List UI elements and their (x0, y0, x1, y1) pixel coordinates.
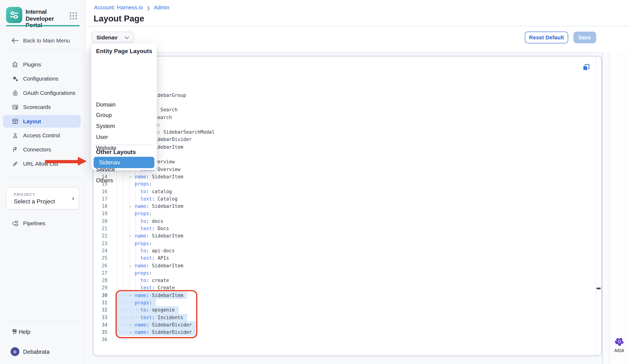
project-eyebrow: PROJECT (14, 192, 35, 196)
user-name: Debabrata (23, 349, 50, 355)
code-line[interactable]: 21 text: Docs (93, 225, 596, 232)
save-button[interactable]: Save (573, 32, 596, 43)
code-line[interactable]: 26 - name: SidebarItem (93, 262, 596, 269)
code-line-text: props: (117, 151, 596, 158)
code-line[interactable]: 25 text: APIs (93, 254, 596, 262)
right-rail (609, 53, 629, 364)
sidebar-item-connectors[interactable]: Connectors (0, 143, 86, 156)
aida-widget[interactable]: AIDA (610, 336, 629, 353)
dropdown-option-group[interactable]: Group (91, 110, 157, 121)
back-to-main-menu[interactable]: Back to Main Menu (0, 36, 86, 45)
line-number: 34 (93, 321, 117, 329)
app-switcher-grid-icon[interactable] (69, 11, 78, 20)
code-line[interactable]: 9 - name: SidebarDivider (93, 136, 596, 143)
page-title: Layout Page (94, 14, 144, 23)
code-line[interactable]: 16 to: catalog (93, 188, 596, 195)
line-number: 24 (93, 247, 117, 254)
sidebar-item-label: Configurations (23, 76, 58, 82)
sidebar-item-pipelines[interactable]: Pipelines (0, 217, 86, 230)
code-line[interactable]: 5 label: Search (93, 106, 596, 114)
copy-icon[interactable] (582, 63, 590, 71)
code-line-text: props: (117, 210, 596, 217)
code-line-text: props: (117, 99, 596, 106)
dropdown-divider (94, 145, 154, 145)
code-line-text: text: Docs (117, 225, 596, 232)
code-line-text: children: (117, 121, 596, 128)
padlock-icon (12, 89, 19, 96)
code-line[interactable]: 19 props: (93, 210, 596, 217)
code-line[interactable]: 6 to: /search (93, 114, 596, 121)
code-line[interactable]: 10 - name: SidebarItem (93, 143, 596, 151)
sidebar-divider (6, 49, 79, 50)
code-line[interactable]: 14 - name: SidebarItem (93, 173, 596, 180)
code-line[interactable]: 8 - name: SidebarSearchModal (93, 128, 596, 136)
line-number: 20 (93, 218, 117, 225)
annotation-highlight-box (116, 290, 197, 338)
dropdown-option-domain[interactable]: Domain (91, 99, 157, 110)
code-line[interactable]: 12 to: overview (93, 158, 596, 165)
breadcrumb-account-link[interactable]: Account: Harness.io (94, 4, 143, 10)
sidebar-item-plugins[interactable]: Plugins (0, 58, 86, 71)
line-number: 35 (93, 329, 117, 336)
line-number: 31 (93, 299, 117, 306)
sidebar-item-layout[interactable]: Layout (0, 115, 86, 127)
user-menu[interactable]: D Debabrata (0, 347, 86, 357)
aida-label: AIDA (610, 348, 629, 353)
code-line[interactable]: 18 - name: SidebarItem (93, 203, 596, 210)
pipelines-icon (12, 220, 19, 227)
layout-type-select[interactable]: Sidenav (91, 32, 134, 43)
dropdown-group-title: Other Layouts (96, 149, 136, 155)
line-number: 23 (93, 240, 117, 247)
line-number: 29 (93, 284, 117, 291)
code-line[interactable]: 23 props: (93, 240, 596, 247)
code-line-text: label: Search (117, 106, 596, 114)
code-line[interactable]: 7 children: (93, 121, 596, 128)
sidebar-item-help[interactable]: ? Help (0, 327, 86, 337)
line-number: 16 (93, 188, 117, 195)
code-line[interactable]: 13 text: Overview (93, 165, 596, 173)
code-line[interactable]: 28 to: create (93, 277, 596, 284)
dropdown-option-sidenav[interactable]: Sidenav (94, 157, 154, 168)
page-scrollbar[interactable] (602, 53, 609, 364)
code-line[interactable]: 2 children: (93, 84, 596, 91)
code-line[interactable]: 11 props: (93, 151, 596, 158)
sidebar-divider (6, 321, 79, 322)
sidebar-item-label: Access Control (23, 132, 60, 138)
editor-scrollbar-thumb[interactable] (597, 288, 601, 289)
code-line[interactable]: 20 to: docs (93, 218, 596, 225)
sidebar-item-label: Help (19, 329, 30, 335)
sidebar-item-access-control[interactable]: Access Control (0, 129, 86, 142)
project-selector[interactable]: PROJECT Select a Project › (6, 187, 79, 210)
code-line[interactable]: 15 props: (93, 180, 596, 188)
dropdown-group-title: Entity Page Layouts (96, 48, 152, 54)
layout-icon (12, 118, 19, 125)
sidebar-item-label: Layout (23, 118, 41, 124)
reset-default-button[interactable]: Reset Default (525, 32, 568, 43)
code-line[interactable]: 3 - name: SidebarGroup (93, 91, 596, 99)
code-line[interactable]: 17 text: Catalog (93, 195, 596, 203)
chevron-down-icon (124, 36, 129, 40)
code-line-text: text: Overview (117, 165, 596, 173)
code-line[interactable]: 1page: (93, 77, 596, 84)
line-number: 36 (93, 336, 117, 343)
harness-idp-logo-icon (6, 7, 22, 23)
dropdown-option-label: Domain (96, 101, 116, 108)
code-line[interactable]: 27 props: (93, 269, 596, 277)
breadcrumb-admin-link[interactable]: Admin (154, 4, 169, 10)
sidebar-item-configurations[interactable]: Configurations (0, 72, 86, 85)
sidebar-item-scorecards[interactable]: Scorecards (0, 101, 86, 113)
sidebar-item-oauth-configurations[interactable]: OAuth Configurations (0, 86, 86, 99)
dropdown-option-user[interactable]: User (91, 131, 157, 142)
dropdown-option-others[interactable]: Others (91, 175, 157, 186)
line-number: 25 (93, 254, 117, 262)
back-label: Back to Main Menu (23, 37, 70, 44)
code-line-text: - name: SidebarItem (117, 232, 596, 240)
sidebar-item-url-allow-list[interactable]: URL Allow List (0, 157, 86, 170)
dropdown-option-system[interactable]: System (91, 121, 157, 131)
code-line[interactable]: 4 props: (93, 99, 596, 106)
code-line-text: props: (117, 240, 596, 247)
code-line-text: to: docs (117, 218, 596, 225)
code-line[interactable]: 24 to: api-docs (93, 247, 596, 254)
code-line[interactable]: 22 - name: SidebarItem (93, 232, 596, 240)
project-value: Select a Project (14, 198, 55, 205)
